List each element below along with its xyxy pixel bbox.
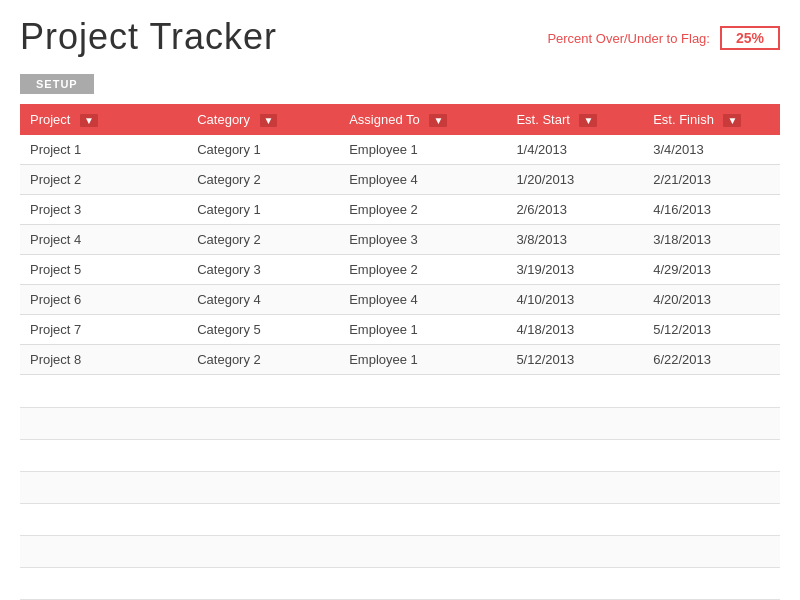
header: Project Tracker Percent Over/Under to Fl…	[0, 0, 800, 66]
cell-finish: 4/16/2013	[643, 195, 780, 225]
page: Project Tracker Percent Over/Under to Fl…	[0, 0, 800, 600]
table-row: Project 8Category 2Employee 15/12/20136/…	[20, 345, 780, 375]
project-dropdown-icon[interactable]: ▼	[80, 114, 98, 127]
cell-category: Category 4	[187, 285, 339, 315]
header-project[interactable]: Project ▼	[20, 104, 187, 135]
finish-dropdown-icon[interactable]: ▼	[723, 114, 741, 127]
table-row: Project 4Category 2Employee 33/8/20133/1…	[20, 225, 780, 255]
table-row: Project 7Category 5Employee 14/18/20135/…	[20, 315, 780, 345]
cell-assigned: Employee 3	[339, 225, 506, 255]
cell-finish: 3/18/2013	[643, 225, 780, 255]
flag-section: Percent Over/Under to Flag: 25%	[547, 26, 780, 50]
cell-project: Project 1	[20, 135, 187, 165]
cell-assigned: Employee 2	[339, 195, 506, 225]
cell-project: Project 4	[20, 225, 187, 255]
table-row: Project 3Category 1Employee 22/6/20134/1…	[20, 195, 780, 225]
cell-finish: 4/29/2013	[643, 255, 780, 285]
header-category[interactable]: Category ▼	[187, 104, 339, 135]
cell-start: 2/6/2013	[506, 195, 643, 225]
empty-row	[20, 535, 780, 567]
table-body: Project 1Category 1Employee 11/4/20133/4…	[20, 135, 780, 375]
table-header-row: Project ▼ Category ▼ Assigned To ▼ Est. …	[20, 104, 780, 135]
cell-category: Category 5	[187, 315, 339, 345]
cell-category: Category 3	[187, 255, 339, 285]
flag-value: 25%	[720, 26, 780, 50]
cell-finish: 3/4/2013	[643, 135, 780, 165]
cell-finish: 6/22/2013	[643, 345, 780, 375]
category-dropdown-icon[interactable]: ▼	[260, 114, 278, 127]
table-row: Project 2Category 2Employee 41/20/20132/…	[20, 165, 780, 195]
table-row: Project 5Category 3Employee 23/19/20134/…	[20, 255, 780, 285]
empty-row	[20, 439, 780, 471]
empty-row	[20, 471, 780, 503]
cell-category: Category 2	[187, 165, 339, 195]
header-start[interactable]: Est. Start ▼	[506, 104, 643, 135]
cell-assigned: Employee 1	[339, 345, 506, 375]
assigned-dropdown-icon[interactable]: ▼	[429, 114, 447, 127]
cell-project: Project 6	[20, 285, 187, 315]
header-finish[interactable]: Est. Finish ▼	[643, 104, 780, 135]
empty-row	[20, 375, 780, 407]
setup-button[interactable]: SETUP	[20, 74, 94, 94]
cell-start: 3/19/2013	[506, 255, 643, 285]
cell-finish: 5/12/2013	[643, 315, 780, 345]
cell-category: Category 2	[187, 345, 339, 375]
empty-row	[20, 407, 780, 439]
cell-start: 1/20/2013	[506, 165, 643, 195]
table-container: Project ▼ Category ▼ Assigned To ▼ Est. …	[20, 104, 780, 600]
empty-rows-body	[20, 375, 780, 600]
cell-start: 1/4/2013	[506, 135, 643, 165]
cell-finish: 4/20/2013	[643, 285, 780, 315]
start-dropdown-icon[interactable]: ▼	[579, 114, 597, 127]
empty-row	[20, 567, 780, 599]
cell-project: Project 2	[20, 165, 187, 195]
cell-start: 4/10/2013	[506, 285, 643, 315]
cell-start: 4/18/2013	[506, 315, 643, 345]
header-assigned[interactable]: Assigned To ▼	[339, 104, 506, 135]
table-row: Project 6Category 4Employee 44/10/20134/…	[20, 285, 780, 315]
empty-row	[20, 503, 780, 535]
cell-project: Project 8	[20, 345, 187, 375]
project-table: Project ▼ Category ▼ Assigned To ▼ Est. …	[20, 104, 780, 375]
cell-assigned: Employee 4	[339, 165, 506, 195]
cell-project: Project 5	[20, 255, 187, 285]
cell-assigned: Employee 1	[339, 135, 506, 165]
page-title: Project Tracker	[20, 16, 277, 58]
cell-assigned: Employee 2	[339, 255, 506, 285]
cell-category: Category 2	[187, 225, 339, 255]
empty-rows-table	[20, 375, 780, 600]
cell-category: Category 1	[187, 195, 339, 225]
cell-project: Project 3	[20, 195, 187, 225]
cell-assigned: Employee 1	[339, 315, 506, 345]
cell-assigned: Employee 4	[339, 285, 506, 315]
cell-category: Category 1	[187, 135, 339, 165]
cell-finish: 2/21/2013	[643, 165, 780, 195]
cell-project: Project 7	[20, 315, 187, 345]
setup-bar: SETUP	[20, 74, 780, 94]
cell-start: 5/12/2013	[506, 345, 643, 375]
cell-start: 3/8/2013	[506, 225, 643, 255]
table-row: Project 1Category 1Employee 11/4/20133/4…	[20, 135, 780, 165]
flag-label: Percent Over/Under to Flag:	[547, 31, 710, 46]
